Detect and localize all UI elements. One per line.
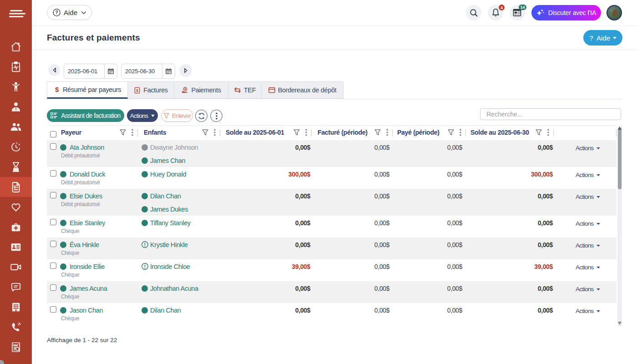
svg-text:$: $ [55,86,59,93]
svg-text:$: $ [14,184,16,189]
svg-text:?: ? [55,10,58,15]
svg-text:$: $ [136,88,139,92]
